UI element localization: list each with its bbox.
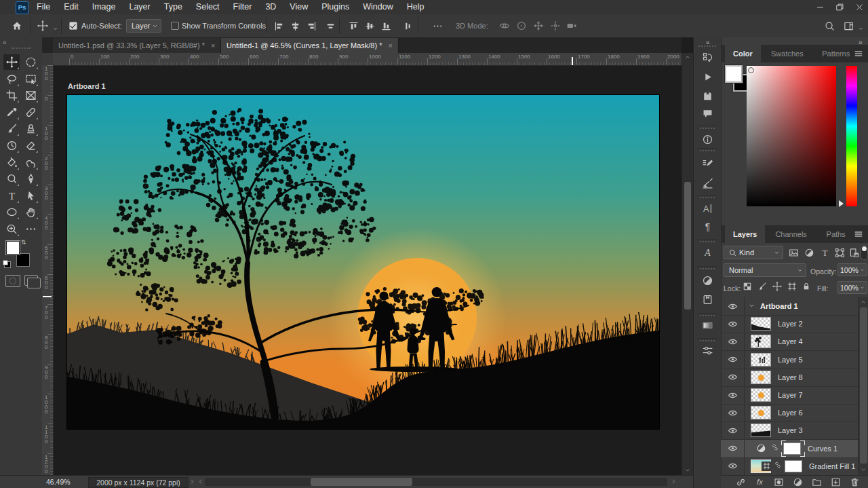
layer-name[interactable]: Layer 2 [778, 315, 803, 333]
layer-row-layer-5[interactable]: Layer 5 [721, 351, 858, 369]
pixel-layer-filter-button[interactable] [789, 248, 799, 258]
artboard-label[interactable]: Artboard 1 [68, 82, 106, 90]
layer-visibility-toggle[interactable] [721, 421, 745, 439]
distribute-centers-v-button[interactable] [401, 20, 414, 32]
layer-thumbnail[interactable] [751, 353, 771, 367]
align-bottom-button[interactable] [380, 20, 392, 32]
menu-file[interactable]: File [30, 0, 57, 14]
foreground-color-swatch[interactable] [725, 65, 743, 83]
layer-row-layer-6[interactable]: Layer 6 [721, 404, 858, 422]
layer-visibility-toggle[interactable] [721, 457, 745, 475]
panel-history-button[interactable] [702, 52, 713, 63]
pen-tool[interactable] [22, 171, 39, 187]
layer-row-layer-7[interactable]: Layer 7 [721, 386, 858, 405]
layer-name[interactable]: Layer 8 [778, 369, 803, 386]
layer-style-button[interactable]: fx [755, 477, 765, 487]
background-color-swatch[interactable] [16, 253, 30, 267]
layer-row-curves-1[interactable]: Curves 1 [721, 440, 858, 458]
scroll-up-icon[interactable] [860, 299, 867, 305]
layer-mask-thumbnail[interactable] [785, 460, 802, 472]
align-right-button[interactable] [305, 20, 317, 32]
scroll-down-icon[interactable] [860, 466, 867, 473]
status-options-chevron-icon[interactable] [189, 478, 196, 485]
menu-window[interactable]: Window [356, 0, 399, 14]
type-tool[interactable]: T [3, 188, 20, 204]
align-center-h-button[interactable] [289, 20, 301, 32]
show-transform-checkbox[interactable] [171, 22, 179, 30]
layer-thumbnail[interactable] [751, 406, 771, 419]
panel-properties-button[interactable] [702, 345, 713, 356]
scroll-up-icon[interactable] [684, 54, 691, 60]
align-left-button[interactable] [273, 20, 285, 32]
layers-scrollbar[interactable] [858, 297, 868, 475]
document-info[interactable]: 2000 px x 1124 px (72 ppi) [88, 477, 189, 488]
layer-name[interactable]: Layer 3 [778, 421, 803, 439]
elliptical-marquee-tool[interactable] [22, 54, 39, 70]
canvas[interactable] [67, 95, 659, 429]
paint-bucket-tool[interactable] [3, 155, 20, 170]
spot-healing-brush-tool[interactable] [22, 105, 39, 120]
panel-adjustments-button[interactable] [702, 275, 713, 286]
eraser-tool[interactable] [22, 138, 39, 153]
restore-button[interactable] [835, 3, 844, 12]
panel-styles-button[interactable] [702, 294, 713, 305]
panel-libraries-button[interactable] [702, 90, 713, 102]
panel-gradients-button[interactable] [702, 320, 713, 331]
layer-row-gradient-fill-1[interactable]: Gradient Fill 1 [721, 457, 858, 476]
layer-name[interactable]: Layer 5 [778, 351, 803, 369]
swap-colors-icon[interactable]: ⇅ [21, 239, 26, 246]
tab-channels[interactable]: Channels [767, 225, 814, 243]
layer-row-layer-4[interactable]: Layer 4 [721, 333, 858, 351]
horizontal-scrollbar-thumb[interactable] [311, 478, 412, 486]
smart-object-filter-button[interactable] [849, 248, 859, 258]
color-panel-menu-icon[interactable] [854, 49, 863, 58]
smudge-tool[interactable] [22, 155, 39, 170]
tab-patterns[interactable]: Patterns [814, 45, 858, 62]
hue-slider[interactable] [846, 66, 857, 206]
edit-toolbar-tool[interactable] [22, 221, 39, 237]
expand-collapse-icon[interactable] [748, 302, 755, 309]
tab-swatches[interactable]: Swatches [763, 45, 812, 62]
pan-3d-button[interactable] [532, 20, 545, 32]
adjustment-layer-filter-button[interactable] [804, 248, 814, 258]
layer-row-layer-8[interactable]: Layer 8 [721, 369, 858, 387]
horizontal-ruler[interactable]: 0100200300400500600700800900100011001200… [53, 53, 682, 66]
minimize-button[interactable] [816, 3, 825, 12]
layers-scrollbar-thumb[interactable] [860, 307, 867, 464]
layer-row-layer-3[interactable]: Layer 3 [721, 421, 858, 440]
lock-artboard-button[interactable] [787, 282, 797, 291]
panel-glyphs-button[interactable]: A [702, 247, 713, 259]
lasso-tool[interactable] [3, 71, 20, 87]
hue-slider-marker[interactable] [839, 200, 844, 207]
panel-paragraph-button[interactable]: ¶ [702, 221, 713, 233]
scroll-left-icon[interactable] [197, 478, 204, 485]
panel-comments-button[interactable] [702, 108, 713, 119]
ruler-corner[interactable] [42, 53, 54, 66]
align-center-v-button[interactable] [363, 20, 376, 32]
quick-mask-button[interactable] [5, 275, 20, 287]
layer-visibility-toggle[interactable] [721, 333, 745, 350]
blend-mode-dropdown[interactable]: Normal [724, 263, 806, 277]
panel-brush-settings-button[interactable] [702, 158, 713, 170]
lock-transparent-pixels-button[interactable] [743, 282, 752, 291]
layer-thumbnail[interactable] [751, 335, 771, 348]
layer-name[interactable]: Layer 4 [778, 333, 803, 350]
layer-name[interactable]: Curves 1 [808, 440, 837, 457]
new-group-button[interactable] [812, 477, 822, 487]
add-layer-mask-button[interactable] [774, 477, 784, 487]
orbit-3d-button[interactable] [498, 20, 511, 32]
delete-layer-button[interactable] [850, 477, 860, 487]
panel-info-button[interactable] [702, 134, 713, 145]
tool-preset-chevron-icon[interactable] [49, 22, 61, 35]
object-selection-tool[interactable] [22, 71, 39, 87]
lock-image-pixels-button[interactable] [757, 282, 767, 291]
mask-link-icon[interactable] [774, 461, 782, 469]
lock-all-button[interactable] [802, 282, 811, 291]
menu-plugins[interactable]: Plugins [315, 0, 356, 14]
screen-mode-button[interactable] [24, 275, 38, 286]
layer-thumbnail[interactable] [751, 317, 771, 331]
menu-type[interactable]: Type [157, 0, 189, 14]
collapse-strip-icon[interactable]: « [706, 39, 709, 46]
history-brush-tool[interactable] [3, 138, 20, 153]
panel-brushes-button[interactable] [702, 177, 713, 189]
